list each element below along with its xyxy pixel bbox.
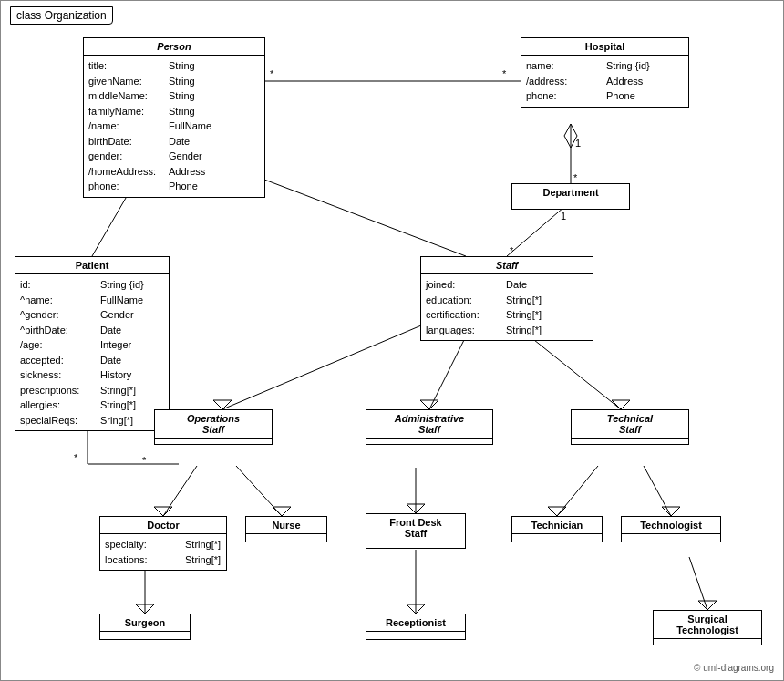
technician-title: Technician	[512, 517, 602, 534]
svg-line-38	[689, 557, 707, 610]
admin-staff-title: Administrative Staff	[366, 410, 492, 439]
staff-box: Staff joined:Date education:String[*] ce…	[420, 256, 593, 341]
diagram-container: class Organization * * 1 * 1 * * *	[0, 0, 784, 681]
technologist-title: Technologist	[622, 517, 720, 534]
staff-title: Staff	[421, 257, 593, 274]
svg-marker-31	[548, 507, 566, 516]
svg-text:*: *	[502, 68, 507, 79]
hospital-box: Hospital name:String {id} /address:Addre…	[521, 37, 689, 108]
department-box: Department	[511, 183, 630, 210]
svg-text:*: *	[573, 172, 578, 183]
surgical-tech-body	[654, 639, 761, 645]
ops-staff-title: Operations Staff	[155, 410, 272, 439]
frontdesk-box: Front Desk Staff	[366, 513, 466, 549]
person-body: title:String givenName:String middleName…	[84, 56, 264, 197]
ops-staff-body	[155, 439, 272, 444]
diagram-title: class Organization	[10, 6, 113, 25]
admin-staff-body	[366, 439, 492, 444]
tech-staff-box: Technical Staff	[571, 409, 689, 445]
svg-marker-21	[420, 400, 438, 409]
svg-line-7	[507, 201, 571, 256]
svg-marker-35	[136, 604, 154, 614]
svg-text:1: 1	[575, 138, 581, 149]
svg-text:*: *	[270, 68, 274, 79]
hospital-body: name:String {id} /address:Address phone:…	[521, 56, 688, 107]
svg-marker-37	[407, 604, 425, 614]
svg-text:*: *	[74, 452, 78, 463]
ops-staff-box: Operations Staff	[154, 409, 273, 445]
doctor-box: Doctor specialty:String[*] locations:Str…	[99, 516, 227, 571]
person-box: Person title:String givenName:String mid…	[83, 37, 265, 198]
svg-text:*: *	[510, 245, 514, 256]
svg-line-26	[236, 466, 282, 516]
svg-line-30	[557, 466, 598, 516]
svg-line-18	[222, 318, 438, 409]
svg-marker-29	[407, 504, 425, 513]
svg-marker-27	[273, 507, 291, 516]
nurse-box: Nurse	[245, 516, 327, 542]
tech-staff-title: Technical Staff	[572, 410, 688, 439]
svg-marker-19	[213, 400, 232, 409]
surgeon-title: Surgeon	[100, 614, 190, 632]
receptionist-title: Receptionist	[366, 614, 465, 632]
nurse-body	[246, 534, 326, 542]
svg-line-32	[644, 466, 671, 516]
tech-staff-body	[572, 439, 688, 444]
staff-body: joined:Date education:String[*] certific…	[421, 274, 593, 340]
surgeon-body	[100, 632, 190, 639]
person-title: Person	[84, 38, 264, 56]
frontdesk-title: Front Desk Staff	[366, 514, 465, 542]
svg-marker-25	[154, 507, 172, 516]
receptionist-body	[366, 632, 465, 639]
patient-box: Patient id:String {id} ^name:FullName ^g…	[15, 256, 170, 431]
technician-body	[512, 534, 602, 542]
technician-box: Technician	[511, 516, 603, 542]
technologist-body	[622, 534, 720, 542]
surgical-tech-box: Surgical Technologist	[653, 610, 762, 645]
admin-staff-box: Administrative Staff	[366, 409, 493, 445]
department-title: Department	[512, 184, 629, 201]
receptionist-box: Receptionist	[366, 614, 466, 640]
nurse-title: Nurse	[246, 517, 326, 534]
svg-marker-33	[662, 507, 680, 516]
doctor-title: Doctor	[100, 517, 226, 534]
svg-marker-39	[698, 601, 717, 610]
doctor-body: specialty:String[*] locations:String[*]	[100, 534, 226, 570]
frontdesk-body	[366, 542, 465, 548]
copyright-text: © uml-diagrams.org	[694, 663, 774, 673]
hospital-title: Hospital	[521, 38, 688, 56]
surgical-tech-title: Surgical Technologist	[654, 611, 761, 639]
svg-marker-4	[564, 124, 577, 148]
technologist-box: Technologist	[621, 516, 721, 542]
svg-text:*: *	[142, 455, 147, 466]
svg-marker-23	[612, 400, 630, 409]
svg-line-24	[163, 466, 197, 516]
svg-text:1: 1	[561, 211, 566, 222]
surgeon-box: Surgeon	[99, 614, 191, 640]
patient-body: id:String {id} ^name:FullName ^gender:Ge…	[15, 274, 169, 430]
patient-title: Patient	[15, 257, 169, 274]
department-body	[512, 201, 629, 209]
